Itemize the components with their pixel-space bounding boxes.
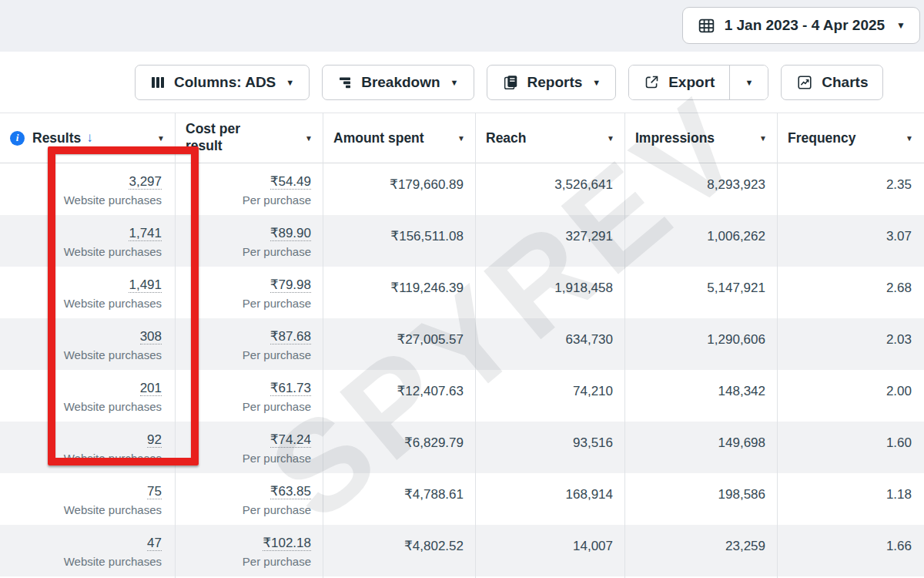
export-button[interactable]: Export [629, 66, 729, 99]
frequency-value: 1.60 [886, 435, 912, 450]
frequency-value: 1.66 [886, 539, 912, 553]
impressions-value: 23,259 [725, 539, 765, 553]
reports-button[interactable]: Reports ▼ [487, 65, 617, 100]
chevron-down-icon[interactable]: ▼ [759, 134, 767, 143]
date-range-label: 1 Jan 2023 - 4 Apr 2025 [725, 17, 885, 34]
cost-per-result-value[interactable]: ₹89.90 [270, 226, 311, 241]
reports-button-label: Reports [527, 74, 583, 91]
reach-value: 634,730 [566, 332, 613, 347]
export-options-button[interactable]: ▼ [729, 66, 768, 99]
cost-per-result-value[interactable]: ₹54.49 [270, 174, 311, 190]
table-row: 47Website purchases ₹102.18Per purchase … [0, 525, 924, 576]
cost-type-label: Per purchase [182, 297, 311, 311]
cost-per-result-value[interactable]: ₹102.18 [263, 536, 311, 551]
chevron-down-icon[interactable]: ▼ [157, 134, 165, 143]
results-type-label: Website purchases [6, 193, 162, 207]
column-header-results[interactable]: i Results ↓ ▼ [0, 113, 176, 163]
impressions-value: 1,290,606 [707, 332, 765, 347]
frequency-value: 2.00 [886, 384, 912, 398]
amount-spent-value: ₹27,005.57 [397, 332, 464, 347]
toolbar: Columns: ADS ▼ Breakdown ▼ [0, 52, 924, 113]
reach-value: 74,210 [573, 384, 613, 398]
sort-descending-icon: ↓ [86, 130, 93, 146]
results-type-label: Website purchases [6, 555, 162, 569]
table-row: 75Website purchases ₹63.85Per purchase ₹… [0, 473, 924, 525]
chevron-down-icon: ▼ [745, 78, 753, 87]
charts-button[interactable]: Charts [781, 65, 883, 100]
impressions-value: 8,293,923 [707, 177, 765, 192]
cost-type-label: Per purchase [182, 193, 311, 207]
export-button-label: Export [668, 74, 715, 91]
cost-type-label: Per purchase [182, 555, 311, 569]
table-row: 1,491Website purchases ₹79.98Per purchas… [0, 267, 924, 318]
column-header-label: Results [32, 130, 81, 146]
reach-value: 3,526,641 [554, 177, 613, 192]
charts-icon [796, 74, 813, 91]
reach-value: 1,918,458 [554, 281, 613, 295]
cost-per-result-value[interactable]: ₹74.24 [270, 432, 311, 448]
column-divider [323, 113, 323, 578]
charts-button-label: Charts [822, 74, 868, 91]
results-value[interactable]: 92 [147, 432, 162, 448]
results-type-label: Website purchases [6, 503, 162, 517]
cost-type-label: Per purchase [182, 503, 311, 517]
column-divider [475, 113, 476, 578]
frequency-value: 3.07 [886, 229, 912, 244]
amount-spent-value: ₹179,660.89 [390, 177, 464, 192]
results-type-label: Website purchases [6, 297, 162, 311]
amount-spent-value: ₹156,511.08 [390, 229, 464, 244]
results-type-label: Website purchases [6, 348, 162, 362]
chevron-down-icon[interactable]: ▼ [906, 134, 913, 143]
results-value[interactable]: 1,741 [129, 226, 162, 241]
results-type-label: Website purchases [6, 400, 162, 414]
reach-value: 168,914 [566, 487, 613, 502]
results-value[interactable]: 3,297 [129, 174, 162, 190]
breakdown-button[interactable]: Breakdown ▼ [322, 65, 474, 100]
reach-value: 327,291 [566, 229, 613, 244]
cost-per-result-value[interactable]: ₹79.98 [270, 277, 311, 293]
amount-spent-value: ₹4,802.52 [404, 539, 464, 553]
chevron-down-icon[interactable]: ▼ [457, 134, 465, 143]
amount-spent-value: ₹6,829.79 [404, 435, 464, 450]
cost-per-result-value[interactable]: ₹87.68 [270, 329, 311, 344]
results-value[interactable]: 47 [147, 536, 162, 551]
frequency-value: 2.35 [886, 177, 912, 192]
cost-type-label: Per purchase [182, 245, 311, 259]
info-icon[interactable]: i [10, 131, 25, 146]
calendar-icon [697, 16, 716, 35]
column-divider [175, 113, 176, 578]
cost-per-result-value[interactable]: ₹61.73 [270, 381, 311, 396]
impressions-value: 149,698 [718, 435, 765, 450]
breakdown-icon [337, 75, 353, 90]
reach-value: 93,516 [573, 435, 613, 450]
table-row: 1,741Website purchases ₹89.90Per purchas… [0, 215, 924, 267]
table-header-row: i Results ↓ ▼ Cost per result ▼ Amount s… [0, 113, 924, 163]
export-icon [644, 74, 660, 90]
columns-button[interactable]: Columns: ADS ▼ [135, 65, 310, 100]
column-header-amount-spent[interactable]: Amount spent ▼ [323, 113, 476, 163]
table-body: 3,297Website purchases ₹54.49Per purchas… [0, 163, 924, 576]
date-range-picker[interactable]: 1 Jan 2023 - 4 Apr 2025 ▼ [682, 7, 920, 44]
metrics-table: i Results ↓ ▼ Cost per result ▼ Amount s… [0, 113, 924, 576]
column-header-impressions[interactable]: Impressions ▼ [625, 113, 778, 163]
frequency-value: 1.18 [886, 487, 912, 502]
column-header-cost-per-result[interactable]: Cost per result ▼ [176, 113, 323, 163]
amount-spent-value: ₹12,407.63 [397, 384, 464, 398]
cost-per-result-value[interactable]: ₹63.85 [270, 484, 311, 499]
reports-icon [502, 74, 519, 91]
cost-type-label: Per purchase [182, 400, 311, 414]
chevron-down-icon[interactable]: ▼ [607, 134, 614, 143]
results-value[interactable]: 75 [147, 484, 162, 499]
column-header-label: Reach [486, 130, 527, 146]
chevron-down-icon[interactable]: ▼ [305, 134, 313, 143]
table-row: 3,297Website purchases ₹54.49Per purchas… [0, 163, 924, 215]
results-value[interactable]: 201 [140, 381, 162, 396]
chevron-down-icon: ▼ [896, 20, 906, 31]
impressions-value: 1,006,262 [707, 229, 765, 244]
chevron-down-icon: ▼ [450, 78, 459, 87]
results-value[interactable]: 1,491 [129, 277, 162, 293]
chevron-down-icon: ▼ [592, 78, 601, 87]
results-value[interactable]: 308 [140, 329, 162, 344]
column-header-frequency[interactable]: Frequency ▼ [778, 113, 924, 163]
column-header-reach[interactable]: Reach ▼ [476, 113, 625, 163]
